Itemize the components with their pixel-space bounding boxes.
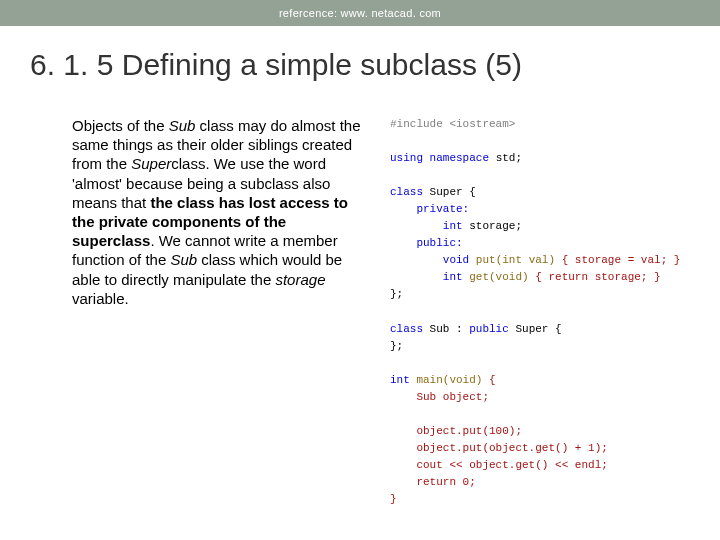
- code-text: std;: [496, 152, 522, 164]
- body-em-super1: Super: [131, 155, 171, 172]
- code-kw: class: [390, 323, 430, 335]
- code-body: object.put(object.get() + 1);: [390, 442, 608, 454]
- content-row: Objects of the Sub class may do almost t…: [72, 116, 720, 508]
- code-preproc: #include <iostream>: [390, 118, 515, 130]
- code-kw: private:: [390, 203, 469, 215]
- body-em-sub2: Sub: [170, 251, 197, 268]
- code-kw: int: [390, 374, 416, 386]
- body-text: Objects of the: [72, 117, 169, 134]
- body-text: variable.: [72, 290, 129, 307]
- code-kw: public: [469, 323, 515, 335]
- code-body: { storage = val; }: [562, 254, 681, 266]
- code-kw: int: [390, 271, 469, 283]
- code-kw: public:: [390, 237, 463, 249]
- body-em-sub1: Sub: [169, 117, 196, 134]
- code-text: Super {: [515, 323, 561, 335]
- code-body: {: [489, 374, 496, 386]
- code-kw: using namespace: [390, 152, 496, 164]
- body-paragraph: Objects of the Sub class may do almost t…: [72, 116, 362, 508]
- code-body: object.put(100);: [390, 425, 522, 437]
- body-em-storage: storage: [275, 271, 325, 288]
- code-fn: get(void): [469, 271, 535, 283]
- page-title: 6. 1. 5 Defining a simple subclass (5): [30, 48, 720, 82]
- code-body: }: [390, 493, 397, 505]
- code-text: };: [390, 288, 403, 300]
- code-block: #include <iostream> using namespace std;…: [390, 116, 680, 508]
- code-kw: int: [390, 220, 469, 232]
- code-kw: class: [390, 186, 430, 198]
- code-text: Sub :: [430, 323, 470, 335]
- code-text: };: [390, 340, 403, 352]
- code-fn: main(void): [416, 374, 489, 386]
- code-body: { return storage; }: [535, 271, 660, 283]
- code-text: Super {: [430, 186, 476, 198]
- code-body: return 0;: [390, 476, 476, 488]
- code-fn: put(int val): [476, 254, 562, 266]
- code-body: cout << object.get() << endl;: [390, 459, 608, 471]
- code-text: storage;: [469, 220, 522, 232]
- code-body: Sub object;: [390, 391, 489, 403]
- header-bar: refercence: www. netacad. com: [0, 0, 720, 26]
- reference-label: refercence: www. netacad. com: [279, 7, 441, 19]
- code-kw: void: [390, 254, 476, 266]
